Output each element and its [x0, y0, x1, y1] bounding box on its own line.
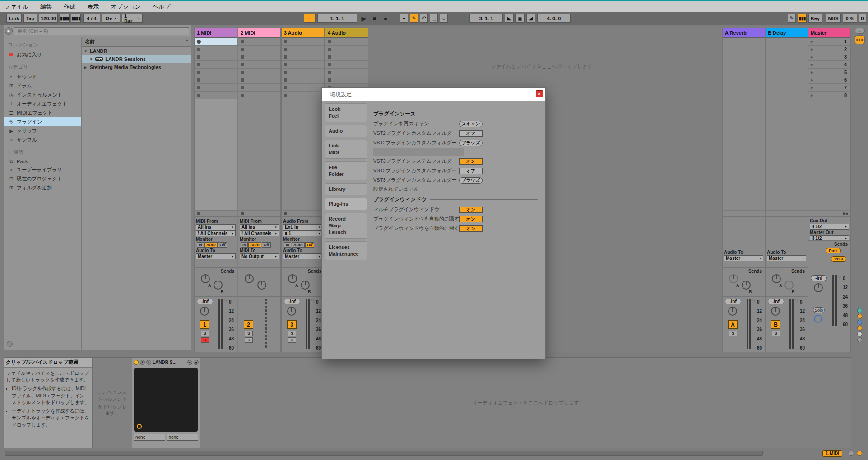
clip-slot[interactable] [282, 46, 324, 53]
clip-slot[interactable] [195, 92, 237, 99]
scene-play-icon[interactable]: ▶ [811, 55, 813, 59]
scene-play-icon[interactable]: ▶ [811, 47, 813, 51]
sidebar-item-instruments[interactable]: ◷インストゥルメント [4, 90, 81, 99]
status-circle-icon[interactable] [849, 451, 854, 456]
plugin-panel[interactable] [134, 368, 198, 432]
output-select[interactable]: Master▼ [767, 255, 806, 261]
cue-out-select[interactable]: ii 1/2▼ [810, 224, 849, 230]
computer-midi-keyboard-button[interactable]: ▮▮▮ [798, 14, 807, 23]
input-type-select[interactable]: All Ins▼ [196, 224, 236, 230]
fader-handle-icon[interactable]: ◁ [223, 298, 227, 302]
track-stop-row[interactable] [723, 211, 765, 217]
send-a-knob[interactable] [201, 274, 210, 283]
arm-button[interactable]: ◑ [245, 337, 253, 343]
scene-play-icon[interactable]: ▶ [811, 93, 813, 97]
sidebar-item-drums[interactable]: ⊞ドラム [4, 81, 81, 90]
volume-field[interactable]: -Inf [725, 299, 741, 304]
disk-overload-indicator[interactable]: D [859, 14, 866, 23]
info-view-toggle-icon[interactable] [7, 341, 13, 347]
track-activator-button[interactable]: 3 [287, 320, 297, 329]
status-keyboard-icon[interactable] [857, 451, 862, 456]
monitor-in-button[interactable]: In [241, 242, 248, 248]
volume-field[interactable]: -Inf [811, 275, 827, 281]
send-b-knob[interactable] [742, 281, 751, 290]
sidebar-item-user-library[interactable]: ○ユーザーライブラリ [4, 165, 81, 174]
send-b-knob[interactable] [214, 281, 223, 290]
track-delay-toggle-icon[interactable] [857, 331, 862, 336]
clip-slot[interactable] [325, 61, 368, 69]
monitor-auto-button[interactable]: Auto [292, 242, 305, 248]
clip-slot[interactable] [325, 46, 368, 53]
track-stop-row[interactable] [282, 211, 324, 217]
tempo-field[interactable]: 120.00 [39, 14, 58, 23]
output-select[interactable]: No Output▼ [240, 253, 279, 259]
pan-knob[interactable] [814, 283, 823, 292]
horizontal-scrollbar[interactable] [5, 451, 763, 456]
param-slot-2[interactable]: none [167, 434, 199, 441]
clip-slot[interactable] [238, 84, 280, 92]
track-stop-row[interactable] [195, 211, 237, 217]
vst3-custom-folder-toggle[interactable]: オフ [459, 168, 483, 174]
returns-toggle-icon[interactable] [857, 320, 862, 325]
bar-menu[interactable]: 1 Bar▼ [122, 14, 143, 23]
clip-slot[interactable] [195, 61, 237, 69]
monitor-off-button[interactable]: Off [218, 242, 227, 248]
sidebar-item-sounds[interactable]: ♬サウンド [4, 72, 81, 81]
clip-slot[interactable] [238, 69, 280, 76]
key-map-button[interactable]: Key [808, 14, 822, 23]
volume-field[interactable]: -Inf [284, 299, 300, 304]
search-input[interactable]: 検索 (Ctrl + F) [14, 27, 189, 35]
tab-plug-ins[interactable]: Plug-Ins [325, 198, 367, 210]
pan-knob[interactable] [771, 307, 780, 316]
quantize-menu[interactable]: O●▼ [102, 14, 120, 23]
auto-open-plugin-windows-toggle[interactable]: オン [459, 225, 483, 232]
loop-switch-icon[interactable]: ▣ [515, 14, 525, 23]
track-activator-button[interactable]: A [728, 320, 738, 329]
clip-slot[interactable] [325, 69, 368, 76]
sidebar-item-plugins[interactable]: ⎆プラグイン [4, 117, 81, 126]
solo-button[interactable]: S [245, 331, 253, 336]
time-signature-field[interactable]: 4 / 4 [83, 14, 100, 23]
track-1-midi[interactable]: 1 MIDI MIDI From All Ins▼ ⁞ All Channels… [194, 28, 237, 352]
clip-slot[interactable] [282, 61, 324, 69]
solo-button[interactable]: S [729, 331, 737, 336]
send-a-knob[interactable] [772, 274, 781, 283]
track-header[interactable]: Master [808, 28, 850, 38]
preview-play-icon[interactable]: ▶ [5, 27, 13, 35]
fader-handle-icon[interactable]: ◁ [837, 274, 840, 279]
sidebar-item-midi-effects[interactable]: ☰MIDIエフェクト [4, 108, 81, 117]
unfold-device-icon[interactable]: ▼ [140, 360, 145, 365]
mixer-toggle-icon[interactable] [857, 326, 862, 331]
track-header[interactable]: 3 Audio [282, 28, 324, 38]
output-select[interactable]: Master▼ [196, 253, 236, 259]
auto-hide-plugin-windows-toggle[interactable]: オン [459, 216, 483, 222]
track-stop-row[interactable] [238, 211, 280, 217]
scene-play-icon[interactable]: ▶ [811, 40, 813, 44]
send-a-knob[interactable] [245, 274, 254, 283]
track-activator-button[interactable]: 2 [244, 320, 253, 329]
monitor-off-button[interactable]: Off [305, 242, 315, 248]
vst3-system-folder-toggle[interactable]: オン [459, 158, 483, 165]
sidebar-item-current-project[interactable]: ⊡現在のプロジェクト [4, 174, 81, 183]
tab-library[interactable]: Library [325, 183, 367, 195]
punch-out-icon[interactable]: ◢ [526, 14, 535, 23]
input-channel-select[interactable]: ▮ 1▼ [283, 230, 323, 236]
arm-button[interactable]: ● [288, 337, 296, 343]
close-icon[interactable]: × [536, 90, 543, 97]
input-type-select[interactable]: Ext. In▼ [283, 224, 323, 230]
track-header[interactable]: A Reverb [723, 28, 765, 38]
output-select[interactable]: Master▼ [724, 255, 763, 261]
clip-slot[interactable] [195, 46, 237, 53]
menu-edit[interactable]: 編集 [40, 3, 52, 11]
tap-button[interactable]: Tap [23, 14, 37, 23]
tab-audio[interactable]: Audio [325, 125, 367, 137]
stop-all-clips-button[interactable]: ▶■ [808, 211, 850, 217]
record-button[interactable]: ● [381, 14, 390, 23]
output-select[interactable]: Master▼ [283, 253, 323, 259]
fader-handle-icon[interactable]: ◁ [311, 298, 314, 302]
loop-toggle-button[interactable]: ○ [440, 14, 448, 23]
tab-link-midi[interactable]: LinkMIDI [325, 140, 367, 159]
dialog-title-bar[interactable]: 環境設定 × [322, 88, 545, 101]
sidebar-item-add-folder[interactable]: ⊞フォルダを追加... [4, 183, 81, 192]
clip-slot[interactable] [238, 61, 280, 69]
